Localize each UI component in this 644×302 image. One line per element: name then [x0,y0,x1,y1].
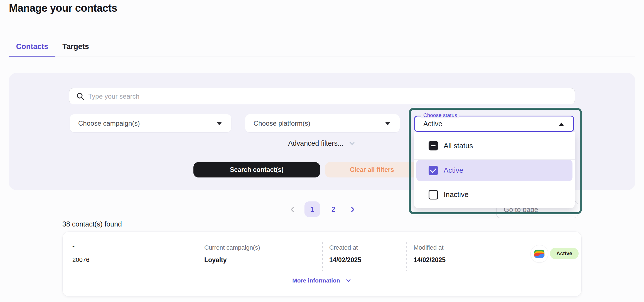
platform-select[interactable]: Choose platform(s) [245,114,400,132]
status-option-label: Active [444,166,463,175]
status-select[interactable]: Choose status Active [414,116,574,132]
google-wallet-icon [530,245,548,263]
modified-at-label: Modified at [414,244,444,251]
status-select-value: Active [423,116,442,131]
more-information-label: More information [292,277,340,284]
card-divider [322,242,323,271]
status-option-inactive[interactable]: Inactive [414,181,575,208]
search-icon [76,92,85,101]
campaign-value: Loyalty [204,256,227,264]
contacts-page: Manage your contacts Contacts Targets Ch… [0,0,644,302]
contact-id: 20076 [72,256,89,264]
contact-card: - 20076 Current campaign(s) Loyalty Crea… [62,232,582,297]
more-information-toggle[interactable]: More information [63,277,581,284]
next-page-icon[interactable] [348,205,357,214]
caret-down-icon [217,122,222,125]
tab-targets[interactable]: Targets [55,41,96,52]
platform-select-placeholder: Choose platform(s) [254,114,310,132]
campaign-select-placeholder: Choose campaign(s) [78,114,140,132]
caret-down-icon [385,122,390,125]
page-number-1[interactable]: 1 [304,201,320,217]
contact-name: - [72,242,75,250]
created-at-value: 14/02/2025 [329,256,361,264]
status-dropdown-menu: All status Active Inactive [414,132,575,208]
unchecked-checkbox-icon[interactable] [429,190,438,199]
status-option-all[interactable]: All status [414,132,575,160]
status-option-active[interactable]: Active [416,160,572,181]
card-divider [197,242,197,271]
created-at-label: Created at [329,244,358,251]
card-divider [406,242,407,271]
status-badge: Active [550,248,579,259]
previous-page-icon[interactable] [288,205,297,214]
chevron-down-icon [345,277,352,284]
campaign-label: Current campaign(s) [204,244,260,251]
search-input[interactable] [88,88,562,104]
chevron-down-icon [348,140,356,147]
results-count: 38 contact(s) found [62,220,122,228]
search-contacts-button[interactable]: Search contact(s) [193,162,320,177]
campaign-select[interactable]: Choose campaign(s) [70,114,231,132]
modified-at-value: 14/02/2025 [414,256,446,264]
page-title: Manage your contacts [9,2,117,14]
checked-checkbox-icon[interactable] [429,166,438,175]
advanced-filters-label: Advanced filters... [288,139,343,147]
clear-all-filters-button[interactable]: Clear all filters [325,162,419,177]
status-option-label: Inactive [444,190,469,199]
caret-up-icon [559,123,564,126]
tabs-divider [9,57,635,57]
indeterminate-checkbox-icon[interactable] [429,141,438,150]
tab-contacts[interactable]: Contacts [9,41,55,52]
status-option-label: All status [444,142,473,150]
search-box [69,88,575,104]
page-number-2[interactable]: 2 [326,201,341,217]
